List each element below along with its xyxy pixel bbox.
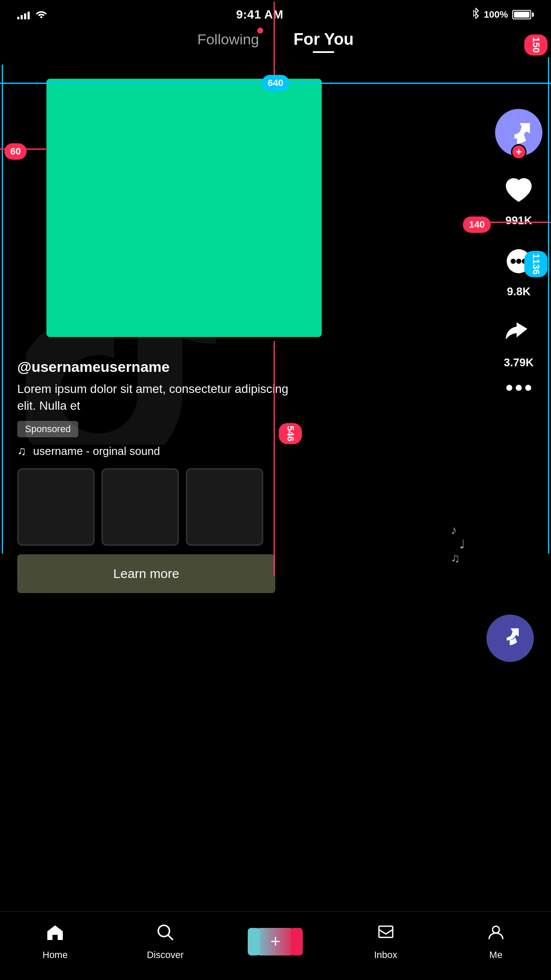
following-tab[interactable]: Following xyxy=(197,31,259,48)
right-actions: + 991K xyxy=(495,109,542,391)
height-1136-line xyxy=(548,57,549,546)
nav-header: Following For You xyxy=(0,26,551,57)
music-disc xyxy=(486,615,534,662)
inbox-icon xyxy=(376,923,395,946)
notification-dot xyxy=(257,28,263,34)
svg-point-5 xyxy=(158,925,169,937)
nav-create[interactable]: + xyxy=(249,928,301,955)
nav-home[interactable]: Home xyxy=(29,923,81,961)
battery-icon xyxy=(512,10,534,19)
share-button[interactable]: 3.79K xyxy=(499,314,538,369)
search-icon xyxy=(156,923,175,946)
wifi-icon xyxy=(35,9,48,21)
height-546-label: 546 xyxy=(279,423,302,444)
for-you-tab[interactable]: For You xyxy=(293,30,354,49)
margin-60-label: 60 xyxy=(4,143,27,160)
height-150-label: 150 xyxy=(524,34,548,56)
content-height-line xyxy=(274,341,275,576)
three-dots-icon xyxy=(506,385,531,391)
share-icon xyxy=(499,314,538,352)
top-height-line xyxy=(274,2,275,84)
svg-point-8 xyxy=(493,926,499,933)
svg-point-0 xyxy=(40,16,43,19)
signal-icon xyxy=(17,10,30,19)
plus-icon: + xyxy=(271,932,280,951)
svg-rect-7 xyxy=(379,926,393,937)
comment-count: 9.8K xyxy=(507,285,531,298)
music-notes-floating: ♪ ♩ ♫ xyxy=(451,523,465,565)
left-boundary-line xyxy=(2,65,3,553)
svg-point-2 xyxy=(511,259,516,264)
bottom-nav: Home Discover + Inbox xyxy=(0,911,551,980)
share-count: 3.79K xyxy=(504,356,533,369)
video-content[interactable] xyxy=(46,79,322,337)
more-options-button[interactable] xyxy=(506,385,531,391)
bluetooth-icon xyxy=(472,8,480,22)
music-note-icon: ♫ xyxy=(17,444,26,458)
like-button[interactable]: 991K xyxy=(499,172,538,227)
creator-avatar[interactable]: + xyxy=(495,109,542,156)
nav-inbox[interactable]: Inbox xyxy=(360,923,412,961)
like-count: 991K xyxy=(505,214,532,227)
ad-thumb-1[interactable] xyxy=(17,468,95,546)
sound-row: ♫ username - orginal sound xyxy=(17,444,336,458)
battery-percentage: 100% xyxy=(484,9,508,20)
status-bar: 9:41 AM 100% xyxy=(0,0,551,26)
nav-discover[interactable]: Discover xyxy=(139,923,191,961)
status-time: 9:41 AM xyxy=(236,8,283,22)
follow-plus[interactable]: + xyxy=(511,144,526,160)
home-icon xyxy=(46,923,65,946)
discover-label: Discover xyxy=(147,949,184,961)
nav-me[interactable]: Me xyxy=(470,923,522,961)
svg-line-6 xyxy=(168,935,173,940)
width-640-label: 640 xyxy=(262,75,289,91)
app-container: 9:41 AM 100% Following xyxy=(0,0,551,980)
create-button[interactable]: + xyxy=(254,928,297,955)
height-1136-label: 1136 xyxy=(524,251,548,277)
status-right: 100% xyxy=(472,8,534,22)
feed-section: 60 140 + xyxy=(0,57,551,746)
ad-thumbnails xyxy=(17,468,336,546)
ad-thumb-2[interactable] xyxy=(102,468,179,546)
inbox-label: Inbox xyxy=(374,949,397,961)
margin-140-label: 140 xyxy=(463,216,491,233)
profile-icon xyxy=(486,923,505,946)
learn-more-button[interactable]: Learn more xyxy=(17,554,275,593)
svg-point-3 xyxy=(516,259,521,264)
ad-thumb-3[interactable] xyxy=(186,468,263,546)
heart-icon xyxy=(499,172,538,210)
home-label: Home xyxy=(43,949,68,961)
me-label: Me xyxy=(489,949,503,961)
sound-name: username - orginal sound xyxy=(33,445,160,458)
status-left xyxy=(17,9,48,21)
